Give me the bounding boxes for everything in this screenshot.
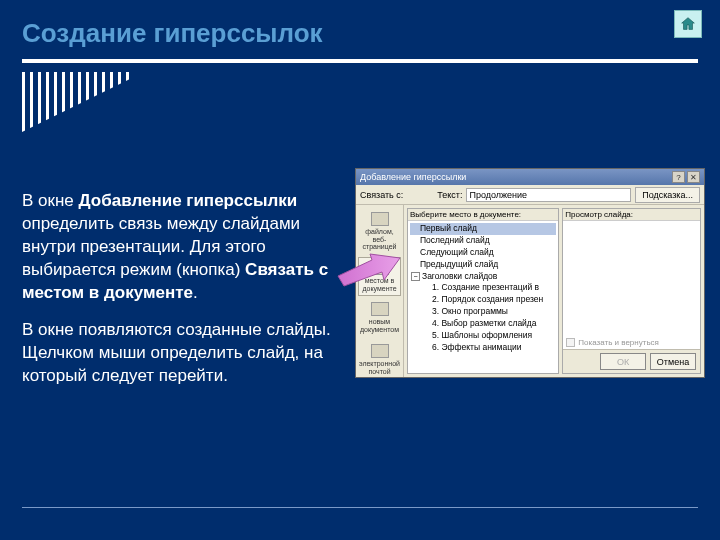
tree-group[interactable]: −Заголовки слайдов	[410, 271, 556, 283]
new-document-icon	[371, 302, 389, 316]
link-type-sidebar: файлом, веб-страницей местом в документе…	[356, 205, 404, 377]
document-tree[interactable]: Первый слайд Последний слайд Следующий с…	[408, 221, 558, 373]
p1-suffix: .	[193, 283, 198, 302]
title-underline	[22, 59, 698, 63]
ok-button[interactable]: ОК	[600, 353, 646, 370]
slide-title: Создание гиперссылок	[0, 0, 720, 59]
show-return-row: Показать и вернуться	[563, 336, 700, 349]
show-return-label: Показать и вернуться	[578, 338, 659, 347]
tree-panel: Выберите место в документе: Первый слайд…	[407, 208, 559, 374]
tree-item[interactable]: 6. Эффекты анимации	[410, 342, 556, 354]
tree-item[interactable]: 4. Выбор разметки слайда	[410, 318, 556, 330]
sidebar-item-email[interactable]: электронной почтой	[358, 340, 401, 379]
bottom-rule	[22, 507, 698, 508]
tree-item[interactable]: Предыдущий слайд	[410, 259, 556, 271]
p1-bold1: Добавление гиперссылки	[79, 191, 298, 210]
p1-prefix: В окне	[22, 191, 79, 210]
sidebar-item-label: файлом, веб-страницей	[360, 228, 399, 251]
text-label: Текст:	[437, 190, 462, 200]
svg-marker-0	[682, 18, 695, 30]
collapse-icon[interactable]: −	[411, 272, 420, 281]
tree-group-label: Заголовки слайдов	[422, 271, 497, 281]
decorative-stripes	[22, 72, 132, 132]
cancel-button[interactable]: Отмена	[650, 353, 696, 370]
link-text-input[interactable]	[466, 188, 631, 202]
tree-panel-label: Выберите место в документе:	[408, 209, 558, 221]
preview-body	[563, 221, 700, 336]
sidebar-item-label: электронной почтой	[359, 360, 400, 375]
home-button[interactable]	[674, 10, 702, 38]
tree-item[interactable]: Следующий слайд	[410, 247, 556, 259]
document-place-icon	[371, 261, 389, 275]
dialog-buttons: ОК Отмена	[563, 349, 700, 373]
hyperlink-dialog: Добавление гиперссылки ? ✕ Связать с: Те…	[355, 168, 705, 378]
close-button[interactable]: ✕	[687, 171, 700, 183]
show-return-checkbox[interactable]	[566, 338, 575, 347]
dialog-titlebar: Добавление гиперссылки ? ✕	[356, 169, 704, 185]
tree-item[interactable]: Последний слайд	[410, 235, 556, 247]
tree-item[interactable]: 5. Шаблоны оформления	[410, 330, 556, 342]
help-button[interactable]: ?	[672, 171, 685, 183]
sidebar-item-place-in-doc[interactable]: местом в документе	[358, 257, 401, 296]
preview-panel: Просмотр слайда: Показать и вернуться ОК…	[562, 208, 701, 374]
dialog-toolbar: Связать с: Текст: Подсказка...	[356, 185, 704, 205]
tooltip-button[interactable]: Подсказка...	[635, 187, 700, 203]
sidebar-item-new-doc[interactable]: новым документом	[358, 298, 401, 337]
tree-item[interactable]: 1. Создание презентаций в	[410, 282, 556, 294]
home-icon	[679, 15, 697, 33]
email-icon	[371, 344, 389, 358]
dialog-title-text: Добавление гиперссылки	[360, 172, 466, 182]
tree-item[interactable]: 2. Порядок создания презен	[410, 294, 556, 306]
sidebar-item-file-web[interactable]: файлом, веб-страницей	[358, 208, 401, 255]
link-with-label: Связать с:	[360, 190, 403, 200]
preview-panel-label: Просмотр слайда:	[563, 209, 700, 221]
sidebar-item-label: местом в документе	[360, 277, 399, 292]
body-text: В окне Добавление гиперссылки определить…	[22, 190, 352, 402]
sidebar-item-label: новым документом	[360, 318, 399, 333]
p2: В окне появляются созданные слайды. Щелч…	[22, 319, 352, 388]
tree-item[interactable]: 3. Окно программы	[410, 306, 556, 318]
globe-file-icon	[371, 212, 389, 226]
tree-item[interactable]: Первый слайд	[410, 223, 556, 235]
